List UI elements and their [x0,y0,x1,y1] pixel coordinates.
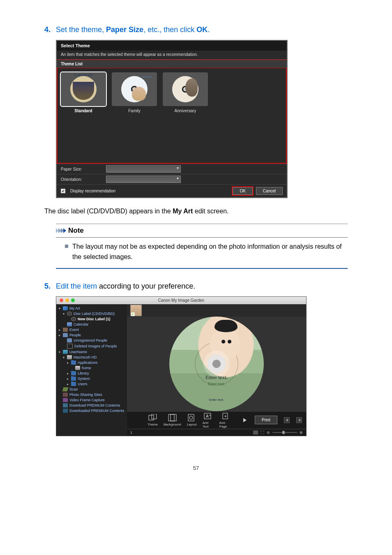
hd-icon [67,355,72,359]
svg-rect-4 [188,414,194,421]
tool-background[interactable]: Background [164,414,181,426]
video-icon [63,398,68,402]
window-titlebar: Canon My Image Garden [56,297,306,304]
tree-username[interactable]: ▾UserName [56,349,127,355]
theme-standard-label: Standard [61,109,106,113]
next-page-button[interactable] [296,417,302,423]
tree-home[interactable]: home [56,365,127,371]
thumb-size-icon[interactable] [253,430,258,435]
ok-button[interactable]: OK [233,187,252,195]
home-icon [75,366,80,370]
tree-unregistered[interactable]: Unregistered People [56,338,127,343]
tree-scan[interactable]: Scan [56,387,127,392]
theme-family-thumb: Baby Baby [112,72,157,106]
add-page-icon: + [221,412,231,420]
cancel-button[interactable]: Cancel [256,187,283,195]
tree-dled-premium[interactable]: Downloaded PREMIUM Contents [56,408,127,414]
tree-system[interactable]: ▸System [56,376,127,382]
download-icon [63,403,68,407]
tree-disc-label[interactable]: ▾Disc Label (CD/DVD/BD) [56,311,127,317]
tree-macintosh-hd[interactable]: ▾Macintosh HD [56,355,127,360]
tree-dl-premium[interactable]: Download PREMIUM Contents [56,403,127,408]
tree-new-disc[interactable]: New Disc Label (1) [56,317,127,322]
print-button[interactable]: Print [255,416,277,424]
tree-vfc[interactable]: Video Frame Capture [56,398,127,403]
page-number: 57 [0,465,392,471]
my-art-window: Canon My Image Garden ▾My Art ▾Disc Labe… [56,296,307,436]
tree-deleted[interactable]: Deleted Images of People [56,343,127,349]
step-5-text: Edit the item according to your preferen… [56,281,195,291]
prev-page-button[interactable] [284,417,290,423]
note-box: Note The layout may not be as expected d… [56,224,348,269]
selected-image-thumb[interactable] [130,305,142,316]
svg-text:A: A [206,414,209,419]
tree-calendar[interactable]: Calendar [56,322,127,327]
layout-icon [187,414,197,422]
status-count: 1 [130,430,132,435]
disc-text-1[interactable]: Enter text. [169,374,264,381]
orientation-select[interactable] [106,176,181,183]
folder-icon [71,361,76,365]
theme-anniversary[interactable]: Anniversary [163,72,208,113]
disc-label-preview[interactable]: Enter text. Enter text. Enter text. [169,317,264,411]
disc-text-2[interactable]: Enter text. [169,382,264,386]
disc-icon [71,317,76,321]
folder-icon [63,409,68,413]
theme-list-header: Theme List [57,60,287,68]
tree-event[interactable]: ▸Event [56,327,127,333]
edit-canvas[interactable]: Enter text. Enter text. Enter text. [127,317,306,411]
computer-icon [63,350,68,354]
paper-size-label: Paper Size: [61,167,106,171]
note-chevrons-icon [56,228,66,233]
play-icon[interactable] [243,418,247,422]
step-4-number: 4. [44,25,56,34]
theme-anniversary-thumb [163,72,208,106]
svg-rect-0 [149,415,154,420]
tree-people[interactable]: ▸People [56,333,127,338]
theme-family-label: Family [112,109,157,113]
share-icon [63,393,68,397]
tool-add-page[interactable]: + Add Page [219,412,232,428]
zoom-slider[interactable] [272,432,297,433]
theme-standard[interactable]: An around the world Standard [61,72,106,113]
svg-text:+: + [209,414,211,417]
tree-users[interactable]: ▸Users [56,382,127,387]
dialog-subtitle: An item that matches the selected theme … [57,51,287,60]
tree-photo-sites[interactable]: Photo Sharing Sites [56,392,127,398]
svg-text:+: + [224,414,227,419]
tree-library[interactable]: ▸Library [56,371,127,376]
theme-icon [148,414,158,422]
step-5-heading: 5. Edit the item according to your prefe… [44,281,348,291]
step-4-heading: 4. Set the theme, Paper Size, etc., then… [44,25,348,35]
note-heading: Note [56,224,348,236]
person-icon [63,333,68,337]
tree-my-art[interactable]: ▾My Art [56,306,127,311]
orientation-label: Orientation: [61,177,106,182]
tool-theme[interactable]: Theme [148,414,158,426]
folder-icon [71,371,76,375]
tool-add-text[interactable]: A+ Add Text [203,412,214,428]
scan-icon [62,387,69,391]
svg-rect-3 [171,414,176,421]
disc-text-3[interactable]: Enter text. [169,398,264,402]
edit-item-link[interactable]: Edit the item [56,282,97,290]
display-rec-checkbox[interactable]: ✔ [61,189,65,193]
add-text-icon: A+ [203,412,213,420]
window-title: Canon My Image Garden [56,298,306,303]
disc-hole [203,351,230,377]
folder-icon [71,377,76,381]
theme-list: An around the world Standard Baby Baby F… [57,68,287,164]
tool-layout[interactable]: Layout [187,414,197,426]
note-item: The layout may not be as expected depend… [56,242,348,262]
tree-applications[interactable]: ▸Applications [56,360,127,365]
after-dialog-text: The disc label (CD/DVD/BD) appears in th… [44,206,348,216]
svg-point-5 [189,416,193,419]
art-icon [63,306,68,310]
display-rec-label: Display recommendation [70,189,115,193]
svg-rect-2 [168,414,174,421]
select-theme-dialog: Select Theme An item that matches the se… [56,40,288,198]
event-icon [63,328,68,332]
theme-family[interactable]: Baby Baby Family [112,72,157,113]
paper-size-select[interactable] [106,165,181,173]
dialog-title: Select Theme [57,41,287,51]
